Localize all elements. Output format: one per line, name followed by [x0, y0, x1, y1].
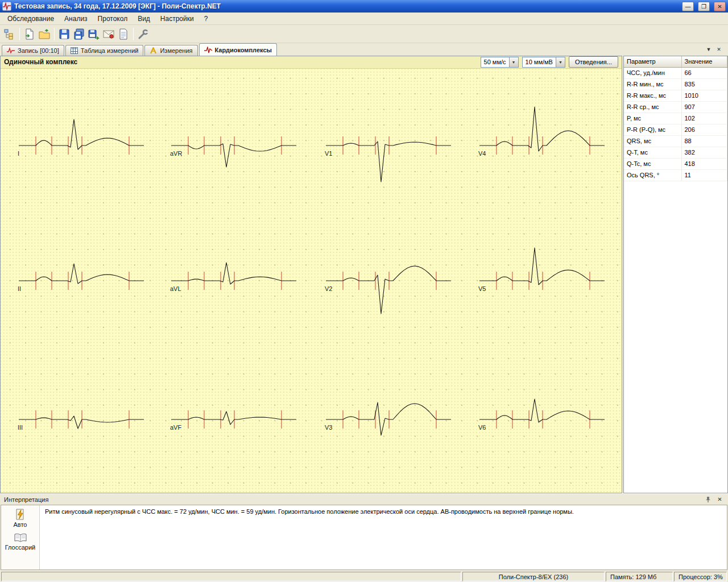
tab-label: Таблица измерений	[81, 47, 139, 54]
speed-combo[interactable]: 50 мм/с ▼	[481, 57, 519, 68]
interpretation-close-icon[interactable]: ✕	[715, 496, 724, 504]
parameter-name: R-R ср., мс	[624, 101, 681, 113]
lead-label: III	[18, 424, 23, 431]
parameter-value: 418	[681, 158, 727, 169]
lead-cell-aVR[interactable]: aVR	[169, 95, 305, 196]
lead-cell-V6[interactable]: V6	[477, 369, 614, 469]
interpretation-panel: Интерпретация ✕ Авто	[0, 493, 728, 571]
lead-cell-aVL[interactable]: aVL	[169, 231, 305, 331]
lead-cell-III[interactable]: III	[16, 369, 153, 469]
caliper-icon	[150, 47, 157, 54]
parameter-row: R-R ср., мс907	[624, 101, 727, 113]
toolbar-separator	[54, 28, 55, 40]
application-window: Тестовая запись, 34 года, 17.12.2009 [ЭК…	[0, 0, 728, 582]
export-exam-icon[interactable]	[86, 27, 101, 41]
status-memory: Память: 129 Мб	[606, 572, 673, 581]
status-cpu: Процессор: 3%	[674, 572, 727, 581]
app-icon	[2, 2, 11, 11]
tab-label: Кардиокомплексы	[215, 47, 272, 53]
tab-record[interactable]: Запись [00:10]	[2, 45, 64, 56]
parameter-table: Параметр Значение ЧСС, уд./мин66R-R мин.…	[624, 56, 727, 181]
combo-arrow-icon[interactable]: ▼	[556, 57, 565, 67]
lead-cell-V5[interactable]: V5	[477, 231, 614, 331]
send-mail-icon[interactable]	[101, 27, 116, 41]
cardiocomplex-icon	[204, 47, 212, 53]
status-message	[1, 572, 461, 581]
parameter-value: 206	[681, 124, 727, 135]
parameter-name: P-R (P-Q), мс	[624, 124, 681, 135]
menu-bar: Обследование Анализ Протокол Вид Настрой…	[0, 13, 728, 25]
lead-label: V5	[478, 285, 486, 292]
lead-cell-aVF[interactable]: aVF	[169, 369, 305, 469]
lead-label: V1	[325, 150, 332, 157]
lead-waveform	[169, 369, 305, 469]
ecg-view-title: Одиночный комплекс	[4, 58, 477, 66]
menu-protocol[interactable]: Протокол	[93, 14, 133, 24]
open-exam-icon[interactable]	[37, 27, 52, 41]
lead-cell-II[interactable]: II	[16, 231, 153, 331]
menu-help[interactable]: ?	[199, 14, 213, 24]
parameter-row: Ось QRS, °11	[624, 169, 727, 181]
pin-icon[interactable]	[704, 496, 712, 504]
options-wrench-icon[interactable]	[136, 27, 151, 41]
lead-cell-V3[interactable]: V3	[324, 369, 460, 469]
window-title: Тестовая запись, 34 года, 17.12.2009 [ЭК…	[14, 2, 678, 10]
auto-interpretation-button[interactable]: Авто	[14, 509, 27, 528]
parameter-value: 907	[681, 101, 727, 113]
tab-measurements[interactable]: Измерения	[144, 45, 197, 56]
interpretation-title: Интерпретация	[4, 496, 700, 503]
parameter-table-body: ЧСС, уд./мин66R-R мин., мс835R-R макс., …	[624, 67, 727, 181]
tab-cardiocomplexes[interactable]: Кардиокомплексы	[199, 43, 277, 56]
combo-arrow-icon[interactable]: ▼	[509, 57, 518, 67]
glossary-label: Глоссарий	[5, 544, 36, 551]
lead-label: II	[18, 285, 21, 292]
parameter-value: 102	[681, 113, 727, 124]
interpretation-body: Авто Глоссарий Ритм синусовый нерегулярн…	[1, 505, 727, 570]
menu-settings[interactable]: Настройки	[155, 14, 199, 24]
toolbar	[0, 25, 728, 43]
parameter-value: 66	[681, 67, 727, 78]
maximize-button[interactable]: ❐	[698, 2, 710, 11]
lead-cell-V4[interactable]: V4	[477, 95, 614, 196]
parameter-name: Q-T, мс	[624, 147, 681, 158]
parameter-panel: Параметр Значение ЧСС, уд./мин66R-R мин.…	[623, 56, 728, 493]
parameter-row: Q-T, мс382	[624, 147, 727, 158]
save-copy-icon[interactable]	[72, 27, 86, 41]
toolbar-separator	[133, 28, 134, 40]
parameter-value: 382	[681, 147, 727, 158]
ecg-header: Одиночный комплекс 50 мм/с ▼ 10 мм/мВ ▼ …	[1, 56, 622, 69]
lead-waveform	[169, 231, 305, 331]
tab-strip: Запись [00:10] Таблица измерений Измерен…	[0, 43, 728, 56]
tab-close-icon[interactable]: ✕	[715, 45, 723, 53]
patient-card-icon[interactable]	[2, 27, 17, 41]
lead-waveform	[324, 369, 460, 469]
parameter-value: 1010	[681, 90, 727, 101]
lead-cell-V2[interactable]: V2	[324, 231, 460, 331]
lead-label: aVR	[170, 150, 182, 157]
protocol-icon[interactable]	[116, 27, 131, 41]
close-button[interactable]: ✕	[714, 2, 726, 11]
title-bar: Тестовая запись, 34 года, 17.12.2009 [ЭК…	[0, 0, 728, 13]
lead-label: V3	[325, 424, 332, 431]
tab-strip-controls: ▼ ✕	[705, 45, 726, 56]
tab-menu-arrow-icon[interactable]: ▼	[705, 45, 713, 53]
save-exam-icon[interactable]	[57, 27, 72, 41]
ecg-area: Одиночный комплекс 50 мм/с ▼ 10 мм/мВ ▼ …	[0, 56, 622, 493]
parameter-name: R-R макс., мс	[624, 90, 681, 101]
interpretation-sidebar: Авто Глоссарий	[1, 505, 40, 569]
leads-button[interactable]: Отведения...	[569, 56, 618, 68]
lead-cell-I[interactable]: I	[16, 95, 153, 196]
parameter-row: R-R макс., мс1010	[624, 90, 727, 101]
tab-measure-table[interactable]: Таблица измерений	[65, 45, 144, 56]
lead-cell-V1[interactable]: V1	[324, 95, 460, 196]
menu-examination[interactable]: Обследование	[2, 14, 59, 24]
glossary-book-icon	[14, 533, 27, 543]
new-exam-icon[interactable]	[22, 27, 37, 41]
minimize-button[interactable]: —	[682, 2, 694, 11]
menu-analysis[interactable]: Анализ	[59, 14, 93, 24]
status-bar: Поли-Спектр-8/EX (236) Память: 129 Мб Пр…	[0, 571, 728, 582]
tab-label: Измерения	[160, 47, 192, 54]
gain-combo[interactable]: 10 мм/мВ ▼	[522, 57, 565, 68]
menu-view[interactable]: Вид	[133, 14, 155, 24]
glossary-button[interactable]: Глоссарий	[5, 533, 36, 551]
